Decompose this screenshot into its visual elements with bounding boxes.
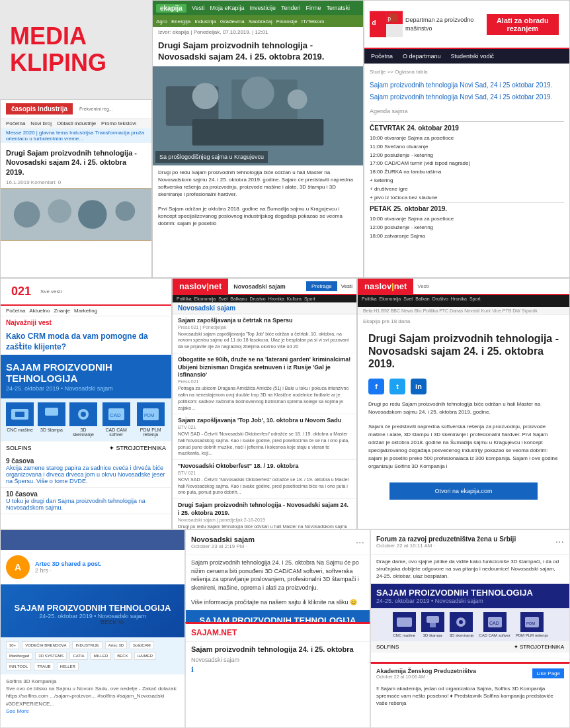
- naslovi-right-nav-politika[interactable]: Politika: [362, 296, 377, 306]
- naslovi-nav-kultura[interactable]: Kultura: [287, 296, 302, 301]
- fb-novosadski-more-btn[interactable]: ···: [356, 537, 364, 549]
- forum-zena-more-btn[interactable]: ···: [555, 536, 564, 548]
- forum-zena-name[interactable]: Forum za razvoj preduzetništva žena u Sr…: [376, 535, 516, 543]
- departman-nav-home[interactable]: Početna: [371, 53, 393, 60]
- naslovi-article-2-title[interactable]: Obogatite se 90ih, druže se na 'laterani…: [178, 356, 351, 379]
- naslovi-nav-politika[interactable]: Politika: [177, 296, 192, 301]
- naslovi-nav-sport[interactable]: Sport: [304, 296, 315, 301]
- sajam-net-article-title[interactable]: Sajam proizvodnih tehnologija 24. i 25. …: [186, 642, 370, 657]
- o21-nav-marketing[interactable]: Marketing: [74, 308, 97, 314]
- svg-text:d: d: [372, 19, 376, 26]
- forum-icon-cad-box: CAD: [483, 612, 507, 632]
- ekapija-nav-investicije[interactable]: Investicije: [249, 5, 276, 11]
- fb-novosadski-name[interactable]: Novosadski sajam: [191, 535, 255, 543]
- departman-link-1[interactable]: Sajam proizvodnih tehnologija Novi Sad, …: [370, 80, 564, 90]
- o21-nav-aktuelno[interactable]: Aktuelno: [29, 308, 50, 314]
- o21-sajam-banner: SAJAM PROIZVODNIH TEHNOLOGIJA 24-25. okt…: [1, 355, 171, 398]
- o21-time-article-1[interactable]: Akcija zamene starog papira za sadnice c…: [6, 465, 166, 484]
- o21-time-section-2: 10 časova U toku je drugi dan Sajma proi…: [1, 488, 171, 514]
- ekapija-nav-vesti[interactable]: Vesti: [192, 5, 205, 11]
- schedule-item-1: 10:00 otvaranje Sajma za posetioce: [370, 134, 564, 143]
- ekapija-subnav-saobracaj[interactable]: Saobraćaj: [249, 19, 272, 24]
- ekapija-open-btn[interactable]: Otvori na ekapija.com: [389, 482, 538, 500]
- svg-point-14: [14, 201, 40, 228]
- ekapija-subnav-industrija[interactable]: Industrija: [194, 19, 216, 24]
- svg-point-23: [81, 412, 86, 417]
- naslovi-right-subnav: Beta H1 B92 BBC News Blic Politika PTC D…: [358, 307, 569, 315]
- departman-link-2[interactable]: Sajam proizvodnih tehnologija Novi Sad, …: [370, 92, 564, 102]
- sajam-net-subtitle: Novosadski sajam: [186, 657, 370, 663]
- svg-rect-38: [427, 616, 439, 623]
- academy-block: Akademija Ženskog Preduzetništva October…: [370, 662, 570, 728]
- o21-nav-pocetna[interactable]: Početna: [6, 308, 25, 314]
- naslovi-right-article-text: Drugi po redu Sajam proizvodnih tehnolog…: [363, 397, 564, 420]
- naslovi-right-article-title[interactable]: Drugi Sajam proizvodnih tehnologija - No…: [363, 327, 564, 376]
- ekapija-block: ekapija Vesti Moja eKapija Investicije T…: [152, 0, 364, 278]
- fb-logo-industrije: INDUSTRIJE: [72, 641, 102, 649]
- naslovi-right-nav-svet[interactable]: Svet: [403, 296, 413, 306]
- industrija-nav-promo[interactable]: Promo tekstovi: [101, 120, 136, 126]
- fb-novosadski-name-date: Novosadski sajam October 23 at 2:19 PM ·: [191, 535, 255, 549]
- o21-icon-pdm-label: PDM PLM rešenja: [135, 428, 166, 437]
- naslovi-nav-ekonomija[interactable]: Ekonomija: [194, 296, 216, 301]
- fb-solfins-time: 2 hrs ·: [35, 567, 102, 574]
- svg-point-15: [48, 199, 71, 223]
- fb-solfins-sajam-img: SAJAM PROIZVODNIH TEHNOLOGIJA 24-25. okt…: [1, 584, 184, 637]
- o21-icon-cadcam: CAD CAD CAM softver: [101, 402, 131, 437]
- ekapija-nav-firme[interactable]: Firme: [306, 5, 321, 11]
- naslovi-right-nav-ekonomija[interactable]: Ekonomija: [380, 296, 401, 306]
- academy-header: Akademija Ženskog Preduzetništva October…: [371, 664, 569, 683]
- o21-icon-3d-stampa: 3D štampa: [38, 402, 65, 437]
- fb-solfins-see-more[interactable]: See More: [6, 707, 179, 715]
- industrija-nav-home[interactable]: Početna: [6, 120, 25, 126]
- naslovi-nav-drustvo[interactable]: Drustvo: [250, 296, 266, 301]
- naslovi-nav-balkan[interactable]: Balkanu: [230, 296, 247, 301]
- ekapija-subnav-gradjevina[interactable]: Građevina: [220, 19, 245, 24]
- naslovi-left-btn[interactable]: Pretrage: [306, 281, 337, 291]
- naslovi-article-5-title[interactable]: Drugi Sajam proizvodnih tehnologija - No…: [178, 502, 351, 517]
- industrija-nav-novi[interactable]: Novi broj: [30, 120, 52, 126]
- o21-time-section-1: 9 časova Akcija zamene starog papira za …: [1, 455, 171, 488]
- ekapija-nav-moja[interactable]: Moja eKapija: [210, 5, 244, 11]
- naslovi-article-3-title[interactable]: Sajam zapošljavanja 'Top Job', 10. oktob…: [178, 417, 351, 425]
- ekapija-nav-tenderi[interactable]: Tenderi: [281, 5, 301, 11]
- o21-icon-3d-stampa-img: [38, 402, 65, 426]
- ekapija-subnav-energija[interactable]: Energija: [171, 19, 190, 24]
- naslovi-nav-hronika[interactable]: Hronika: [268, 296, 284, 301]
- twitter-btn[interactable]: t: [389, 379, 405, 394]
- ekapija-hero-image: Sa prošlogodišnjeg sajma u Kragujevcu: [153, 66, 363, 165]
- naslovi-article-1-title[interactable]: Sajam zapošljavanja u četrtak na Spersu: [178, 317, 351, 325]
- fb-solfins-block: A Artec 3D shared a post. 2 hrs · SAJAM …: [0, 529, 185, 728]
- o21-article-title[interactable]: Kako CRM moda da vam pomogne da zašt̀ite…: [1, 329, 171, 355]
- ekapija-subnav-it[interactable]: IT/Telkom: [302, 19, 325, 24]
- academy-name[interactable]: Akademija Ženskog Preduzetništva: [376, 668, 476, 674]
- forum-icon-pdm: PDM PDM PLM rešenja: [516, 612, 548, 637]
- o21-nav-home[interactable]: Sve vesti: [40, 289, 61, 295]
- o21-time-article-2[interactable]: U toku je drugi dan Sajma proizvodnih te…: [6, 498, 166, 511]
- fb-logo-3dsystems: 3D SYSTEMS: [35, 652, 67, 660]
- naslovi-right-nav-hronika[interactable]: Hronika: [451, 296, 467, 306]
- fb-novosadski-post-text: Sajam proizvodnih tehnologija 24. i 25. …: [186, 555, 370, 595]
- naslovi-right-nav-balkan[interactable]: Balkan: [415, 296, 429, 306]
- naslovi-article-4-title[interactable]: "Novosadski Oktoberfest" 18. / 19. oktob…: [178, 463, 351, 471]
- facebook-btn[interactable]: f: [368, 379, 384, 394]
- naslovi-nav-svet[interactable]: Svet: [218, 296, 227, 301]
- linkedin-btn[interactable]: in: [411, 379, 427, 394]
- fb-solfins-name[interactable]: Artec 3D shared a post.: [35, 561, 102, 567]
- o21-nav-znanje[interactable]: Znanje: [54, 308, 70, 314]
- ekapija-nav-tematski[interactable]: Tematski: [327, 5, 350, 11]
- departman-nav-about[interactable]: O departmanu: [403, 53, 441, 60]
- academy-like-btn[interactable]: Like Page: [532, 668, 564, 678]
- svg-rect-39: [430, 623, 436, 627]
- departman-nav-guide[interactable]: Studentski vodič: [451, 53, 495, 60]
- ekapija-subnav-agro[interactable]: Agro: [156, 19, 167, 24]
- naslovi-right-nav-drustvo[interactable]: Društvo: [432, 296, 448, 306]
- naslovi-right-nav-sport[interactable]: Sport: [469, 296, 481, 306]
- forum-strojotehnika-label: ✦ STROJOTEHNIKA: [514, 644, 564, 650]
- o21-icon-pdm-img: PDM: [137, 402, 165, 426]
- schedule-item-8: + pivo iz točioca bez sladune: [370, 194, 564, 203]
- ekapija-subnav-finansije[interactable]: Finansije: [276, 19, 298, 24]
- departman-breadcrumb: Studije >> Oglasna tabla: [370, 69, 564, 75]
- industrija-nav-oblasti[interactable]: Oblasti industrije: [57, 120, 96, 126]
- fb-solfins-company[interactable]: Solfins 3D Kompanija: [6, 678, 179, 685]
